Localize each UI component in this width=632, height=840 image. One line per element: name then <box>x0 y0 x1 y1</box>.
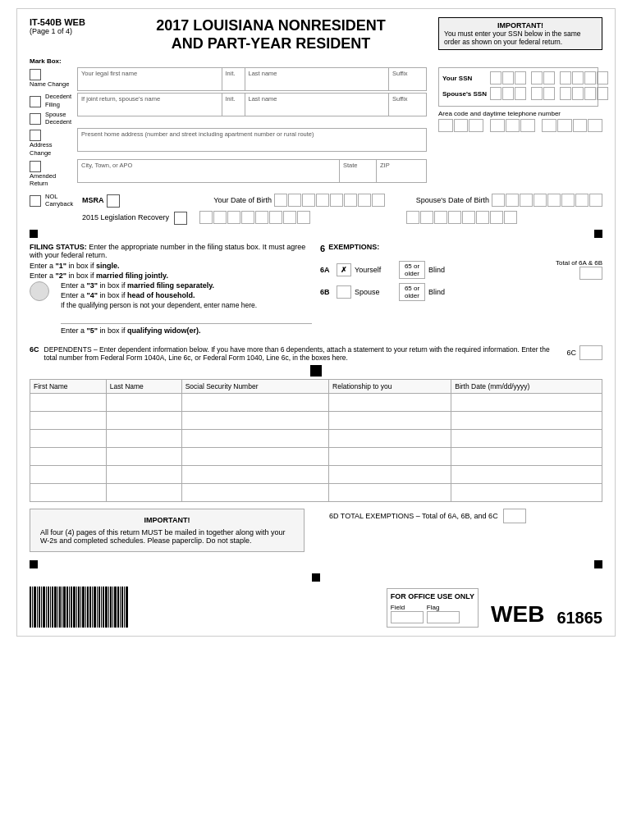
sp-dob-box-5[interactable] <box>547 194 561 207</box>
last-name2-input[interactable] <box>249 103 386 114</box>
leg-box2-7[interactable] <box>490 211 503 224</box>
dob-box-7[interactable] <box>358 194 371 207</box>
exempt-6b-box[interactable] <box>337 285 351 299</box>
dep-1-lastname[interactable] <box>106 394 181 412</box>
legislation-checkbox[interactable] <box>174 212 187 225</box>
dep-4-relationship[interactable] <box>329 448 451 466</box>
amended-return-checkbox[interactable] <box>30 161 41 172</box>
phone-box-3[interactable] <box>469 119 483 132</box>
dep-5-ssn[interactable] <box>181 466 328 484</box>
sp-ssn-box-8[interactable] <box>584 87 596 100</box>
dep-5-firstname[interactable] <box>30 466 107 484</box>
address-change-checkbox[interactable] <box>30 130 41 141</box>
sp-dob-box-2[interactable] <box>506 194 519 207</box>
leg-box2-1[interactable] <box>406 211 419 224</box>
suffix-input[interactable] <box>392 77 423 89</box>
ssn-box-1[interactable] <box>490 71 501 84</box>
zip-input[interactable] <box>380 169 423 180</box>
leg-box2-2[interactable] <box>420 211 433 224</box>
dep-3-ssn[interactable] <box>181 430 328 448</box>
phone-box-7[interactable] <box>542 119 556 132</box>
leg-box-4[interactable] <box>241 211 254 224</box>
phone-box-8[interactable] <box>557 119 572 132</box>
dob-box-2[interactable] <box>288 194 301 207</box>
msra-checkbox[interactable] <box>107 194 120 208</box>
total-6ab-box[interactable] <box>579 267 602 280</box>
dep-2-ssn[interactable] <box>181 412 328 430</box>
ssn-box-4[interactable] <box>531 71 543 84</box>
dep-1-firstname[interactable] <box>30 394 107 412</box>
leg-box-3[interactable] <box>227 211 240 224</box>
dob-box-4[interactable] <box>316 194 329 207</box>
phone-box-4[interactable] <box>490 119 505 132</box>
phone-box-9[interactable] <box>573 119 588 132</box>
nol-checkbox[interactable] <box>30 195 41 207</box>
sp-dob-box-4[interactable] <box>534 194 547 207</box>
leg-box-5[interactable] <box>255 211 268 224</box>
exempt-6a-box[interactable]: ✗ <box>337 263 351 276</box>
exempt-6a-age[interactable]: 65 orolder <box>399 261 425 279</box>
dob-box-1[interactable] <box>274 194 287 207</box>
dep-2-lastname[interactable] <box>106 412 181 430</box>
flag-input[interactable] <box>427 611 460 623</box>
leg-box2-6[interactable] <box>476 211 489 224</box>
first-name-input[interactable] <box>81 77 218 89</box>
dep-1-ssn[interactable] <box>181 394 328 412</box>
last-name-input[interactable] <box>249 77 386 89</box>
phone-box-10[interactable] <box>588 119 602 132</box>
sp-ssn-box-1[interactable] <box>490 87 501 100</box>
sp-dob-box-8[interactable] <box>589 194 602 207</box>
dep-6c-box[interactable] <box>579 345 602 360</box>
init2-input[interactable] <box>226 103 241 114</box>
sp-ssn-box-9[interactable] <box>597 87 608 100</box>
ssn-box-9[interactable] <box>597 71 608 84</box>
dep-6-dob[interactable] <box>451 484 602 502</box>
phone-box-6[interactable] <box>520 119 535 132</box>
name-change-checkbox[interactable] <box>30 69 41 80</box>
leg-box-1[interactable] <box>199 211 213 224</box>
leg-box-2[interactable] <box>213 211 227 224</box>
dep-6-relationship[interactable] <box>329 484 451 502</box>
dep-5-lastname[interactable] <box>106 466 181 484</box>
dep-6-firstname[interactable] <box>30 484 107 502</box>
dep-5-dob[interactable] <box>451 466 602 484</box>
qualifying-person-line[interactable] <box>61 311 312 324</box>
dob-box-8[interactable] <box>372 194 385 207</box>
address-input[interactable] <box>81 138 423 149</box>
dob-box-6[interactable] <box>344 194 357 207</box>
phone-box-1[interactable] <box>438 119 453 132</box>
leg-box-6[interactable] <box>269 211 282 224</box>
dep-4-ssn[interactable] <box>181 448 328 466</box>
sp-ssn-box-5[interactable] <box>543 87 555 100</box>
dep-4-firstname[interactable] <box>30 448 107 466</box>
sp-dob-box-1[interactable] <box>492 194 505 207</box>
ssn-box-8[interactable] <box>584 71 596 84</box>
leg-box2-3[interactable] <box>434 211 447 224</box>
ssn-box-7[interactable] <box>572 71 584 84</box>
dep-2-firstname[interactable] <box>30 412 107 430</box>
sp-ssn-box-3[interactable] <box>515 87 526 100</box>
decedent-checkbox[interactable] <box>30 96 41 107</box>
dep-4-dob[interactable] <box>451 448 602 466</box>
dep-4-lastname[interactable] <box>106 448 181 466</box>
leg-box-8[interactable] <box>297 211 310 224</box>
dep-3-firstname[interactable] <box>30 430 107 448</box>
dep-2-relationship[interactable] <box>329 412 451 430</box>
dep-1-relationship[interactable] <box>329 394 451 412</box>
dep-2-dob[interactable] <box>451 412 602 430</box>
dep-6-ssn[interactable] <box>181 484 328 502</box>
sp-ssn-box-7[interactable] <box>572 87 584 100</box>
dep-5-relationship[interactable] <box>329 466 451 484</box>
phone-box-2[interactable] <box>454 119 469 132</box>
dob-box-5[interactable] <box>330 194 343 207</box>
ssn-box-6[interactable] <box>560 71 571 84</box>
ssn-box-2[interactable] <box>502 71 514 84</box>
exempt-6b-age[interactable]: 65 orolder <box>399 283 425 301</box>
leg-box2-8[interactable] <box>504 211 517 224</box>
phone-box-5[interactable] <box>506 119 520 132</box>
suffix2-input[interactable] <box>392 103 423 114</box>
ssn-box-3[interactable] <box>515 71 526 84</box>
leg-box2-4[interactable] <box>448 211 461 224</box>
sp-ssn-box-6[interactable] <box>560 87 571 100</box>
sp-dob-box-7[interactable] <box>575 194 588 207</box>
